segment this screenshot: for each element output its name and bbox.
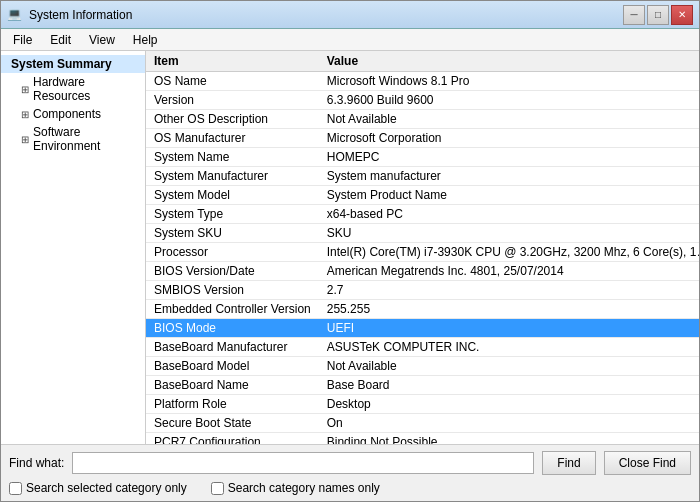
table-row[interactable]: System SKUSKU xyxy=(146,224,699,243)
table-cell-value: Not Available xyxy=(319,110,699,129)
table-row[interactable]: Other OS DescriptionNot Available xyxy=(146,110,699,129)
table-cell-item: Version xyxy=(146,91,319,110)
close-find-button[interactable]: Close Find xyxy=(604,451,691,475)
table-cell-item: Secure Boot State xyxy=(146,414,319,433)
find-row: Find what: Find Close Find xyxy=(9,451,691,475)
sidebar-item-software-environment[interactable]: ⊞ Software Environment xyxy=(1,123,145,155)
table-cell-value: 255.255 xyxy=(319,300,699,319)
find-button[interactable]: Find xyxy=(542,451,595,475)
table-cell-value: UEFI xyxy=(319,319,699,338)
table-cell-item: BIOS Version/Date xyxy=(146,262,319,281)
table-cell-value: Microsoft Windows 8.1 Pro xyxy=(319,72,699,91)
app-icon: 💻 xyxy=(7,7,23,23)
table-row[interactable]: BIOS Version/DateAmerican Megatrends Inc… xyxy=(146,262,699,281)
table-cell-item: SMBIOS Version xyxy=(146,281,319,300)
table-row[interactable]: Embedded Controller Version255.255 xyxy=(146,300,699,319)
table-cell-item: System SKU xyxy=(146,224,319,243)
table-cell-value: Binding Not Possible xyxy=(319,433,699,445)
minimize-button[interactable]: ─ xyxy=(623,5,645,25)
table-row[interactable]: Version6.3.9600 Build 9600 xyxy=(146,91,699,110)
sidebar-item-hardware-resources[interactable]: ⊞ Hardware Resources xyxy=(1,73,145,105)
table-row[interactable]: SMBIOS Version2.7 xyxy=(146,281,699,300)
components-expand-icon: ⊞ xyxy=(21,109,29,120)
table-row[interactable]: BaseBoard ManufacturerASUSTeK COMPUTER I… xyxy=(146,338,699,357)
table-row[interactable]: PCR7 ConfigurationBinding Not Possible xyxy=(146,433,699,445)
table-cell-item: Platform Role xyxy=(146,395,319,414)
table-cell-value: x64-based PC xyxy=(319,205,699,224)
table-cell-item: BaseBoard Manufacturer xyxy=(146,338,319,357)
table-cell-item: Embedded Controller Version xyxy=(146,300,319,319)
menu-bar: File Edit View Help xyxy=(1,29,699,51)
header-value: Value xyxy=(319,51,699,72)
table-row[interactable]: BaseBoard NameBase Board xyxy=(146,376,699,395)
table-cell-item: System Name xyxy=(146,148,319,167)
find-label: Find what: xyxy=(9,456,64,470)
table-cell-item: System Model xyxy=(146,186,319,205)
menu-view[interactable]: View xyxy=(81,31,123,49)
table-cell-value: Not Available xyxy=(319,357,699,376)
table-cell-item: Other OS Description xyxy=(146,110,319,129)
table-cell-item: BIOS Mode xyxy=(146,319,319,338)
table-cell-value: On xyxy=(319,414,699,433)
table-row[interactable]: OS NameMicrosoft Windows 8.1 Pro xyxy=(146,72,699,91)
system-information-window: 💻 System Information ─ □ ✕ File Edit Vie… xyxy=(0,0,700,502)
search-selected-checkbox[interactable] xyxy=(9,482,22,495)
title-bar-left: 💻 System Information xyxy=(7,7,132,23)
main-content: Item Value OS NameMicrosoft Windows 8.1 … xyxy=(146,51,699,444)
table-row[interactable]: System NameHOMEPC xyxy=(146,148,699,167)
info-table: Item Value OS NameMicrosoft Windows 8.1 … xyxy=(146,51,699,444)
table-cell-value: ASUSTeK COMPUTER INC. xyxy=(319,338,699,357)
sidebar: System Summary ⊞ Hardware Resources ⊞ Co… xyxy=(1,51,146,444)
sidebar-item-components[interactable]: ⊞ Components xyxy=(1,105,145,123)
table-container[interactable]: Item Value OS NameMicrosoft Windows 8.1 … xyxy=(146,51,699,444)
table-cell-value: Desktop xyxy=(319,395,699,414)
table-cell-value: System Product Name xyxy=(319,186,699,205)
search-selected-label[interactable]: Search selected category only xyxy=(9,481,187,495)
table-cell-item: System Type xyxy=(146,205,319,224)
title-bar: 💻 System Information ─ □ ✕ xyxy=(1,1,699,29)
table-cell-value: American Megatrends Inc. 4801, 25/07/201… xyxy=(319,262,699,281)
table-row[interactable]: System ManufacturerSystem manufacturer xyxy=(146,167,699,186)
table-row[interactable]: System Typex64-based PC xyxy=(146,205,699,224)
table-cell-item: OS Name xyxy=(146,72,319,91)
header-item: Item xyxy=(146,51,319,72)
table-row[interactable]: BaseBoard ModelNot Available xyxy=(146,357,699,376)
window-title: System Information xyxy=(29,8,132,22)
table-cell-item: OS Manufacturer xyxy=(146,129,319,148)
software-expand-icon: ⊞ xyxy=(21,134,29,145)
table-row[interactable]: Platform RoleDesktop xyxy=(146,395,699,414)
table-cell-value: 2.7 xyxy=(319,281,699,300)
table-cell-item: Processor xyxy=(146,243,319,262)
close-button[interactable]: ✕ xyxy=(671,5,693,25)
find-input[interactable] xyxy=(72,452,534,474)
table-row[interactable]: OS ManufacturerMicrosoft Corporation xyxy=(146,129,699,148)
menu-help[interactable]: Help xyxy=(125,31,166,49)
menu-edit[interactable]: Edit xyxy=(42,31,79,49)
table-row[interactable]: Secure Boot StateOn xyxy=(146,414,699,433)
checkbox-row: Search selected category only Search cat… xyxy=(9,481,691,495)
bottom-bar: Find what: Find Close Find Search select… xyxy=(1,444,699,501)
table-cell-value: SKU xyxy=(319,224,699,243)
hardware-expand-icon: ⊞ xyxy=(21,84,29,95)
search-category-names-checkbox[interactable] xyxy=(211,482,224,495)
table-cell-value: HOMEPC xyxy=(319,148,699,167)
menu-file[interactable]: File xyxy=(5,31,40,49)
table-row[interactable]: System ModelSystem Product Name xyxy=(146,186,699,205)
table-cell-value: 6.3.9600 Build 9600 xyxy=(319,91,699,110)
table-row[interactable]: BIOS ModeUEFI xyxy=(146,319,699,338)
table-cell-item: BaseBoard Name xyxy=(146,376,319,395)
table-cell-item: BaseBoard Model xyxy=(146,357,319,376)
table-cell-item: System Manufacturer xyxy=(146,167,319,186)
content-area: System Summary ⊞ Hardware Resources ⊞ Co… xyxy=(1,51,699,444)
maximize-button[interactable]: □ xyxy=(647,5,669,25)
table-cell-item: PCR7 Configuration xyxy=(146,433,319,445)
table-cell-value: Base Board xyxy=(319,376,699,395)
sidebar-item-system-summary[interactable]: System Summary xyxy=(1,55,145,73)
title-buttons: ─ □ ✕ xyxy=(623,5,693,25)
table-cell-value: Intel(R) Core(TM) i7-3930K CPU @ 3.20GHz… xyxy=(319,243,699,262)
search-category-names-label[interactable]: Search category names only xyxy=(211,481,380,495)
table-cell-value: Microsoft Corporation xyxy=(319,129,699,148)
table-cell-value: System manufacturer xyxy=(319,167,699,186)
table-row[interactable]: ProcessorIntel(R) Core(TM) i7-3930K CPU … xyxy=(146,243,699,262)
